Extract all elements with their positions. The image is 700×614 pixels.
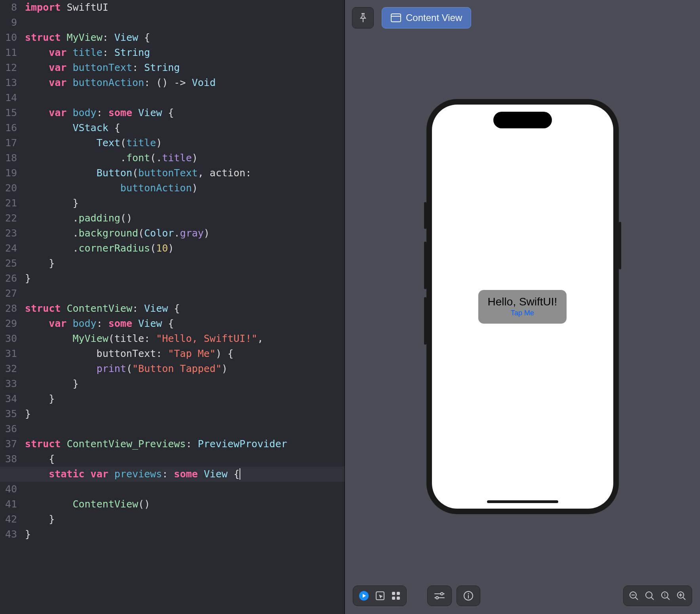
preview-selector-label: Content View	[406, 12, 462, 23]
pin-icon	[359, 13, 367, 23]
pin-button[interactable]	[352, 7, 374, 29]
device-settings-button[interactable]	[427, 585, 452, 606]
variants-button[interactable]	[391, 591, 401, 601]
code-line[interactable]: struct ContentView_Previews: PreviewProv…	[25, 438, 287, 450]
zoom-in-button[interactable]	[677, 591, 686, 601]
svg-point-8	[436, 597, 438, 599]
code-line[interactable]: var body: some View {	[25, 318, 174, 329]
svg-rect-5	[392, 597, 395, 600]
dynamic-island	[493, 112, 552, 128]
code-line[interactable]: var buttonAction: () -> Void	[25, 77, 216, 88]
sliders-icon	[434, 591, 445, 601]
zoom-fit-icon	[645, 591, 654, 601]
code-line[interactable]: import SwiftUI	[25, 2, 108, 13]
window-icon	[391, 13, 401, 22]
code-line[interactable]: struct ContentView: View {	[25, 303, 180, 314]
zoom-toolbar: 1	[623, 585, 692, 606]
svg-point-10	[468, 593, 469, 595]
code-line[interactable]: }	[25, 528, 31, 540]
code-line[interactable]: Button(buttonText, action:	[25, 167, 251, 179]
code-line[interactable]: var title: String	[25, 47, 150, 58]
svg-rect-3	[392, 592, 395, 595]
svg-rect-4	[397, 592, 400, 595]
code-line[interactable]: static var previews: some View {	[0, 467, 344, 482]
code-line[interactable]: .font(.title)	[25, 152, 198, 164]
code-line[interactable]: }	[25, 273, 31, 284]
code-line[interactable]: .background(Color.gray)	[25, 227, 210, 239]
svg-rect-6	[397, 597, 400, 600]
code-editor[interactable]: 8910111213141516171819202122232425262728…	[0, 0, 344, 614]
code-line[interactable]: }	[25, 408, 31, 420]
code-line[interactable]	[25, 543, 31, 555]
code-line[interactable]: MyView(title: "Hello, SwiftUI!",	[25, 333, 263, 344]
zoom-fit-button[interactable]	[645, 591, 654, 601]
zoom-100-icon: 1	[661, 591, 670, 601]
code-line[interactable]: struct MyView: View {	[25, 32, 150, 43]
code-line[interactable]: var body: some View {	[25, 107, 174, 118]
svg-point-12	[646, 592, 652, 598]
preview-selector-button[interactable]: Content View	[382, 7, 471, 29]
preview-canvas: Content View Hello, SwiftUI! Tap Me	[344, 0, 700, 614]
code-line[interactable]	[25, 17, 31, 28]
grid-icon	[391, 591, 401, 601]
card-title: Hello, SwiftUI!	[488, 296, 557, 308]
code-line[interactable]: buttonText: "Tap Me") {	[25, 348, 234, 359]
zoom-out-icon	[629, 591, 639, 601]
code-line[interactable]: .padding()	[25, 212, 132, 224]
zoom-out-button[interactable]	[629, 591, 639, 601]
code-line[interactable]	[25, 92, 31, 103]
selectable-button[interactable]	[375, 591, 385, 601]
device-frame: Hello, SwiftUI! Tap Me	[426, 99, 619, 514]
play-icon	[359, 591, 369, 601]
code-line[interactable]: ContentView()	[25, 498, 150, 510]
svg-text:1: 1	[664, 593, 666, 597]
code-line[interactable]	[25, 288, 31, 299]
code-line[interactable]: .cornerRadius(10)	[25, 242, 174, 254]
info-button[interactable]	[457, 585, 480, 606]
code-line[interactable]: }	[25, 513, 55, 525]
svg-point-7	[441, 593, 443, 595]
code-line[interactable]: buttonAction)	[25, 182, 198, 194]
info-icon	[463, 591, 474, 601]
app-card: Hello, SwiftUI! Tap Me	[478, 290, 567, 324]
zoom-in-icon	[677, 591, 686, 601]
code-line[interactable]: Text(title)	[25, 137, 162, 149]
home-indicator	[487, 500, 558, 503]
play-button[interactable]	[359, 591, 369, 601]
code-line[interactable]: }	[25, 378, 78, 389]
code-line[interactable]: {	[25, 453, 55, 465]
card-button[interactable]: Tap Me	[511, 309, 534, 317]
svg-rect-0	[391, 14, 401, 22]
code-line[interactable]	[25, 423, 31, 435]
code-line[interactable]: }	[25, 393, 55, 404]
code-line[interactable]: }	[25, 197, 78, 209]
device-screen[interactable]: Hello, SwiftUI! Tap Me	[432, 105, 613, 509]
code-line[interactable]: VStack {	[25, 122, 120, 133]
code-line[interactable]: var buttonText: String	[25, 62, 180, 73]
cursor-in-box-icon	[375, 591, 385, 601]
preview-controls-toolbar	[353, 585, 407, 606]
code-line[interactable]: }	[25, 257, 55, 269]
code-line[interactable]: print("Button Tapped")	[25, 363, 228, 374]
zoom-actual-button[interactable]: 1	[661, 591, 670, 601]
